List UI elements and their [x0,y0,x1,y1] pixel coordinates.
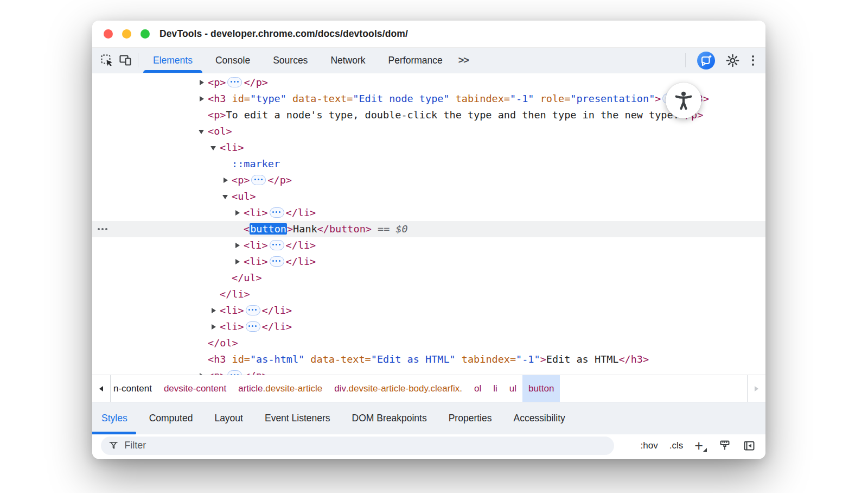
breadcrumb-item-devsite-content[interactable]: devsite-content [158,375,232,402]
crumb-token-tag: div [334,383,346,394]
collapsed-content-ellipsis-icon[interactable] [251,175,266,185]
tab-elements[interactable]: Elements [142,48,204,73]
maximize-window-icon[interactable] [141,29,150,39]
dom-node-line[interactable]: <p>To edit a node's type, double-click t… [92,107,765,123]
devtools-toolbar: ElementsConsoleSourcesNetworkPerformance… [92,48,765,73]
sidebar-tabs: StylesComputedLayoutEvent ListenersDOM B… [92,402,765,434]
tab-performance[interactable]: Performance [377,48,454,73]
collapse-arrow-icon[interactable] [199,123,208,140]
devtools-window: DevTools - developer.chrome.com/docs/dev… [92,21,765,459]
dom-node-line[interactable]: <li></li> [92,254,765,270]
minimize-window-icon[interactable] [122,29,131,39]
node-overflow-dots-icon[interactable] [98,228,100,230]
tab-computed[interactable]: Computed [138,402,204,434]
breadcrumb-scroll-right-button[interactable] [747,375,765,402]
tab-properties[interactable]: Properties [438,402,503,434]
dom-node-line[interactable]: <li> [92,140,765,156]
collapsed-content-ellipsis-icon[interactable] [227,370,242,375]
device-toolbar-icon[interactable] [116,51,135,69]
dom-node-line[interactable]: <p></p> [92,368,765,375]
expand-arrow-icon[interactable] [199,74,208,91]
dom-token-tag: <li> [244,239,268,251]
breadcrumb-item-n-content[interactable]: n-content [111,375,158,402]
dom-node-line[interactable]: <h3 id="as-html" data-text="Edit as HTML… [92,351,765,368]
close-window-icon[interactable] [104,29,113,39]
tab-sources[interactable]: Sources [261,48,319,73]
dock-sidebar-toggle-icon[interactable] [743,439,756,452]
toolbar-right-actions [682,51,756,69]
element-classes-button[interactable]: .cls [669,440,684,451]
ai-assistance-button[interactable] [697,52,715,69]
expand-arrow-icon[interactable] [210,319,220,335]
dom-node-selected[interactable]: <button>Hank</button> == $0 [92,221,765,237]
expand-arrow-icon[interactable] [199,368,208,375]
breadcrumb-item-button[interactable]: button [522,375,560,402]
expand-arrow-icon[interactable] [234,237,244,254]
new-style-rule-button[interactable]: + [694,440,707,451]
tab-accessibility[interactable]: Accessibility [502,402,576,434]
dom-token-tag: </p> [267,174,292,186]
collapse-arrow-icon[interactable] [210,140,220,156]
dom-node-line[interactable]: <li></li> [92,237,765,254]
tab-layout[interactable]: Layout [203,402,254,434]
dom-node-line[interactable]: <ul> [92,188,765,205]
dom-node-line[interactable]: </li> [92,286,765,302]
dom-token-selword: button [250,223,287,235]
tab-dom-breakpoints[interactable]: DOM Breakpoints [341,402,438,434]
expand-arrow-icon[interactable] [199,91,208,107]
dom-node-line[interactable]: <li></li> [92,302,765,319]
breadcrumb-item-li[interactable]: li [487,375,503,402]
indent-spacer [222,156,232,172]
expand-arrow-icon[interactable] [234,205,244,221]
dom-token-tag: <li> [220,305,244,316]
tab-console[interactable]: Console [204,48,261,73]
expand-arrow-icon[interactable] [222,172,232,188]
dom-token-tag: <li> [244,256,268,267]
crumb-token-tag: ul [509,383,516,394]
chevron-left-icon [99,386,103,391]
collapsed-content-ellipsis-icon[interactable] [246,305,260,315]
dropdown-caret-icon [703,448,707,452]
collapsed-content-ellipsis-icon[interactable] [270,207,284,218]
dom-token-tag: </ul> [232,272,262,283]
toggle-element-state-button[interactable]: :hov [641,440,658,451]
styles-filter-field[interactable] [101,437,614,455]
breadcrumb-scroll-left-button[interactable] [92,375,111,402]
collapsed-content-ellipsis-icon[interactable] [270,256,284,267]
dom-node-line[interactable]: ::marker [92,156,765,172]
breadcrumb-item-ul[interactable]: ul [503,375,522,402]
filter-input[interactable] [124,440,607,451]
collapse-arrow-icon[interactable] [222,188,232,205]
tab-event-listeners[interactable]: Event Listeners [254,402,341,434]
crumb-token-tag: ol [474,383,481,394]
expand-arrow-icon[interactable] [234,254,244,270]
crumb-token-tag: button [528,383,554,394]
settings-gear-icon[interactable] [723,51,742,69]
dom-token-val: "-1" [516,353,540,365]
dom-tree-panel: <p></p><h3 id="type" data-text="Edit nod… [92,73,765,375]
collapsed-content-ellipsis-icon[interactable] [270,240,284,250]
dom-node-line[interactable]: </ol> [92,335,765,351]
tab-styles[interactable]: Styles [92,402,138,434]
breadcrumb-item-div-devsite-article-body-clearfix[interactable]: div.devsite-article-body.clearfix. [328,375,468,402]
rendering-emulation-brush-icon[interactable] [718,439,731,452]
inspect-element-icon[interactable] [98,51,116,69]
dom-token-val: "Edit node type" [353,93,449,104]
breadcrumb-item-article-devsite-article[interactable]: article.devsite-article [232,375,328,402]
dom-node-line[interactable]: <li></li> [92,205,765,221]
dom-node-line[interactable]: <ol> [92,123,765,140]
dom-node-line[interactable]: <p></p> [92,74,765,91]
dom-node-line[interactable]: <h3 id="type" data-text="Edit node type"… [92,91,765,107]
dom-node-line[interactable]: </ul> [92,270,765,286]
collapsed-content-ellipsis-icon[interactable] [227,77,242,87]
breadcrumb: n-contentdevsite-contentarticle.devsite-… [92,375,765,402]
tab-network[interactable]: Network [319,48,376,73]
traffic-lights [104,29,150,39]
dom-node-line[interactable]: <li></li> [92,319,765,335]
breadcrumb-item-ol[interactable]: ol [468,375,487,402]
expand-arrow-icon[interactable] [210,302,220,319]
more-options-menu-icon[interactable] [750,53,756,68]
collapsed-content-ellipsis-icon[interactable] [246,321,260,332]
more-tabs-button[interactable]: >> [454,55,473,66]
dom-node-line[interactable]: <p></p> [92,172,765,188]
